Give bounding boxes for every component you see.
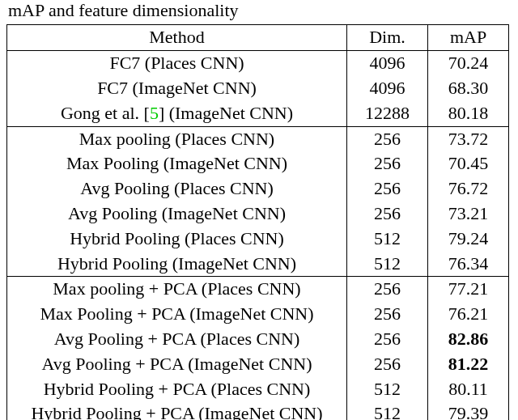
cell-map: 76.72 bbox=[428, 176, 509, 202]
cell-dim: 12288 bbox=[347, 101, 428, 126]
cell-dim: 256 bbox=[347, 126, 428, 151]
cell-method: Gong et al. [5] (ImageNet CNN) bbox=[7, 101, 347, 126]
cell-method: Max pooling + PCA (Places CNN) bbox=[7, 277, 347, 302]
table-row: Hybrid Pooling + PCA (Places CNN) 512 80… bbox=[7, 377, 509, 402]
cell-map: 76.21 bbox=[428, 302, 509, 327]
table-row: Avg Pooling (Places CNN) 256 76.72 bbox=[7, 176, 509, 202]
table-row: Avg Pooling (ImageNet CNN) 256 73.21 bbox=[7, 202, 509, 227]
cell-dim: 256 bbox=[347, 151, 428, 176]
table-row: Max pooling (Places CNN) 256 73.72 bbox=[7, 126, 509, 151]
results-table: Method Dim. mAP FC7 (Places CNN) 4096 70… bbox=[6, 24, 509, 420]
cell-dim: 256 bbox=[347, 202, 428, 227]
cell-method: Max Pooling (ImageNet CNN) bbox=[7, 151, 347, 176]
cell-map: 68.30 bbox=[428, 76, 509, 101]
cell-map: 80.18 bbox=[428, 101, 509, 126]
cell-method: Avg Pooling (Places CNN) bbox=[7, 176, 347, 202]
cell-dim: 512 bbox=[347, 252, 428, 277]
cell-dim: 256 bbox=[347, 352, 428, 377]
cell-dim: 4096 bbox=[347, 76, 428, 101]
cell-method: Max Pooling + PCA (ImageNet CNN) bbox=[7, 302, 347, 327]
cell-dim: 256 bbox=[347, 302, 428, 327]
method-prefix: Gong et al. [ bbox=[61, 103, 150, 123]
table-row: FC7 (ImageNet CNN) 4096 68.30 bbox=[7, 76, 509, 101]
cell-map: 82.86 bbox=[428, 327, 509, 352]
table-row: Avg Pooling + PCA (ImageNet CNN) 256 81.… bbox=[7, 352, 509, 377]
cell-method: Hybrid Pooling (ImageNet CNN) bbox=[7, 252, 347, 277]
table-caption: mAP and feature dimensionality bbox=[6, 0, 512, 24]
table-row: Avg Pooling + PCA (Places CNN) 256 82.86 bbox=[7, 327, 509, 352]
cell-map: 79.39 bbox=[428, 401, 509, 420]
table-row: Max Pooling + PCA (ImageNet CNN) 256 76.… bbox=[7, 302, 509, 327]
cell-method: Hybrid Pooling (Places CNN) bbox=[7, 227, 347, 252]
cell-map: 81.22 bbox=[428, 352, 509, 377]
table-row: Hybrid Pooling + PCA (ImageNet CNN) 512 … bbox=[7, 401, 509, 420]
cell-method: Hybrid Pooling + PCA (Places CNN) bbox=[7, 377, 347, 402]
table-row: Max Pooling (ImageNet CNN) 256 70.45 bbox=[7, 151, 509, 176]
citation-link[interactable]: 5 bbox=[150, 103, 159, 123]
cell-method: Avg Pooling + PCA (ImageNet CNN) bbox=[7, 352, 347, 377]
cell-dim: 256 bbox=[347, 277, 428, 302]
cell-dim: 4096 bbox=[347, 51, 428, 76]
col-header-map: mAP bbox=[428, 25, 509, 51]
cell-map: 70.24 bbox=[428, 51, 509, 76]
cell-method: Avg Pooling (ImageNet CNN) bbox=[7, 202, 347, 227]
table-row: FC7 (Places CNN) 4096 70.24 bbox=[7, 51, 509, 76]
cell-method: FC7 (ImageNet CNN) bbox=[7, 76, 347, 101]
table-row: Hybrid Pooling (Places CNN) 512 79.24 bbox=[7, 227, 509, 252]
cell-method: Avg Pooling + PCA (Places CNN) bbox=[7, 327, 347, 352]
cell-dim: 256 bbox=[347, 176, 428, 202]
table-row: Gong et al. [5] (ImageNet CNN) 12288 80.… bbox=[7, 101, 509, 126]
cell-method: FC7 (Places CNN) bbox=[7, 51, 347, 76]
cell-map: 79.24 bbox=[428, 227, 509, 252]
cell-map: 77.21 bbox=[428, 277, 509, 302]
cell-map: 80.11 bbox=[428, 377, 509, 402]
cell-dim: 512 bbox=[347, 377, 428, 402]
col-header-method: Method bbox=[7, 25, 347, 51]
table-row: Max pooling + PCA (Places CNN) 256 77.21 bbox=[7, 277, 509, 302]
col-header-dim: Dim. bbox=[347, 25, 428, 51]
cell-map: 73.21 bbox=[428, 202, 509, 227]
cell-map: 70.45 bbox=[428, 151, 509, 176]
cell-dim: 256 bbox=[347, 327, 428, 352]
cell-dim: 512 bbox=[347, 227, 428, 252]
cell-dim: 512 bbox=[347, 401, 428, 420]
cell-map: 73.72 bbox=[428, 126, 509, 151]
method-suffix: ] (ImageNet CNN) bbox=[159, 103, 293, 123]
cell-method: Max pooling (Places CNN) bbox=[7, 126, 347, 151]
table-row: Hybrid Pooling (ImageNet CNN) 512 76.34 bbox=[7, 252, 509, 277]
cell-method: Hybrid Pooling + PCA (ImageNet CNN) bbox=[7, 401, 347, 420]
cell-map: 76.34 bbox=[428, 252, 509, 277]
